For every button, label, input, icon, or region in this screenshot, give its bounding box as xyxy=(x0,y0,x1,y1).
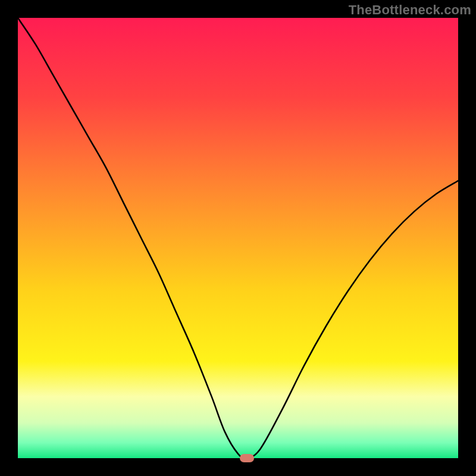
optimum-marker xyxy=(240,454,254,462)
watermark-text: TheBottleneck.com xyxy=(349,2,471,18)
bottleneck-curve xyxy=(18,18,458,458)
plot-area xyxy=(18,18,458,458)
chart-frame: TheBottleneck.com xyxy=(0,0,476,476)
